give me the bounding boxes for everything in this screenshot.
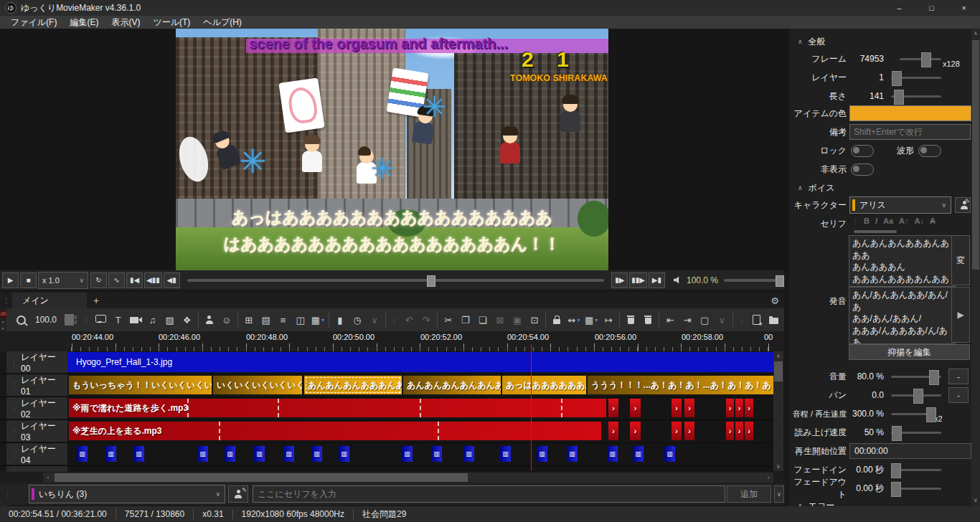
pitch-slider-thumb[interactable] — [926, 407, 936, 422]
serif-text-input[interactable] — [253, 485, 725, 503]
add-serif-button[interactable]: 追加 — [727, 485, 771, 503]
duplicate-button[interactable]: ▣ — [509, 310, 526, 329]
keyframe-button[interactable]: ∿ — [108, 272, 125, 288]
menu-item[interactable]: 編集(E) — [63, 16, 105, 29]
delete-items-button[interactable] — [639, 310, 656, 329]
next-item-button[interactable]: ▮▮▶ — [629, 272, 647, 288]
timeline-clip[interactable]: › — [735, 422, 743, 440]
minimize-button[interactable]: – — [883, 0, 915, 16]
close-button[interactable]: × — [948, 0, 980, 16]
convert-button[interactable]: 変 — [951, 235, 970, 285]
timeline-settings-gear-icon[interactable]: ⚙ — [765, 293, 784, 308]
timeline-zoom-button[interactable] — [12, 310, 29, 329]
pronunciation-textarea[interactable]: あん/あんあんああ/あん/あ ああ/あん/ああん/ あああ/んああああ/ん/ああ… — [849, 287, 956, 344]
playback-speed-select[interactable]: x 1.0 ∨ — [38, 272, 88, 289]
add-frame-item-button[interactable]: ◫ — [292, 310, 309, 329]
new-project-button[interactable] — [748, 310, 765, 329]
timeline-clip[interactable]: ▥ — [311, 446, 322, 462]
timeline-clip[interactable]: あっはああああああああああ — [502, 376, 586, 394]
add-text-item-button[interactable]: T — [110, 310, 127, 329]
timeline-clip[interactable]: ※雨で濡れた道路を歩く.mp3 — [69, 399, 606, 417]
wave-toggle[interactable] — [918, 145, 941, 157]
playback-volume-thumb[interactable] — [776, 275, 784, 287]
timeline-clip[interactable]: › — [684, 399, 694, 417]
expand-items-button[interactable]: ∨ — [366, 310, 383, 329]
waveform-menu-button[interactable]: ↭▾ — [565, 310, 583, 329]
delete-item-button[interactable] — [622, 310, 639, 329]
timeline-clip[interactable]: › — [630, 422, 641, 440]
maximize-button[interactable]: □ — [915, 0, 948, 16]
add-image-item-button[interactable]: ▨ — [161, 310, 179, 329]
video-preview[interactable]: ✳ ✳ ✳ scene of the orgasum and aftermath… — [176, 29, 608, 270]
timeline-zoom-slider[interactable] — [64, 318, 65, 322]
timeline-zoom-thumb[interactable] — [65, 314, 74, 326]
menu-item[interactable]: ファイル(F) — [4, 16, 63, 29]
timeline-clip[interactable]: ▥ — [537, 446, 547, 462]
track-clip-area[interactable]: Hyogo_Pref_Hall_1-3.jpg — [67, 351, 773, 373]
timeline-clip[interactable]: › — [684, 422, 694, 440]
fade-out-thumb[interactable] — [891, 482, 901, 497]
timeline-clip[interactable]: もういっちゃう！！いくいくいくいくいくいくい — [69, 376, 212, 394]
add-shape-item-button[interactable]: ❖ — [179, 310, 196, 329]
copy-button[interactable]: ❐ — [457, 310, 474, 329]
voice-preset-select[interactable]: いちりん (3) ∨ — [29, 485, 225, 503]
volume-minus-button[interactable]: - — [948, 369, 969, 384]
undo-button[interactable]: ↶ — [400, 310, 418, 329]
timeline-clip[interactable]: ▥ — [339, 446, 349, 462]
timeline-clip[interactable]: › — [630, 399, 641, 417]
timeline-clip[interactable]: › — [726, 422, 734, 440]
pan-slider[interactable] — [891, 394, 941, 397]
timeline-clip[interactable]: ▥ — [607, 446, 618, 462]
timeline-clip[interactable]: ▥ — [225, 446, 235, 462]
add-transition-item-button[interactable]: ▤ — [258, 310, 275, 329]
timeline-clip[interactable]: ▥ — [77, 446, 88, 462]
timeline-clip[interactable]: ううう！！！...あ！あ！あ！...あ！あ！あ！あ！... — [588, 376, 773, 394]
scroll-left-icon[interactable]: ‹ — [43, 473, 53, 483]
volume-slider[interactable] — [891, 376, 941, 378]
track-clip-area[interactable]: もういっちゃう！！いくいくいくいくいくいくいいくいくいくいくいくいくーあんあんあ… — [67, 374, 773, 396]
playback-volume-slider[interactable] — [724, 279, 780, 282]
close-gap-left-button[interactable]: ⇤ — [661, 310, 679, 329]
frame-slider[interactable] — [900, 58, 941, 60]
lock-toggle[interactable] — [851, 145, 874, 157]
layer-label[interactable]: ⋮レイヤー 01 — [6, 374, 67, 396]
timeline-clip[interactable]: ▥ — [402, 446, 413, 462]
timeline-clip[interactable]: ▥ — [463, 446, 474, 462]
layer-slider-thumb[interactable] — [892, 71, 902, 86]
timeline-clip[interactable]: ▥ — [133, 446, 144, 462]
timeline-clip[interactable]: ▥ — [254, 446, 265, 462]
layer-label[interactable]: ⋮レイヤー 04 — [6, 443, 67, 465]
tab-main[interactable]: メイン — [12, 293, 87, 308]
play-button[interactable]: ▶ — [2, 272, 19, 288]
fade-in-thumb[interactable] — [891, 463, 901, 478]
horizontal-scroll-thumb[interactable] — [55, 473, 468, 482]
font-size-down-button[interactable]: A↓ — [912, 214, 927, 227]
vertical-scroll-thumb[interactable] — [774, 361, 783, 381]
track-clip-area[interactable]: ※芝生の上を走る.mp3››››››› — [67, 420, 773, 442]
timeline-clip[interactable]: いくいくいくいくいくいくー — [213, 376, 302, 394]
paste-button[interactable]: ❏ — [474, 310, 491, 329]
add-audio-item-button[interactable]: ♫ — [144, 310, 161, 329]
add-character-item-button[interactable] — [201, 310, 218, 329]
speech-speed-slider[interactable] — [891, 432, 941, 434]
timeline-clip[interactable]: ▥ — [567, 446, 578, 462]
scroll-down-icon[interactable]: ∨ — [971, 495, 980, 505]
seek-slider-thumb[interactable] — [427, 275, 435, 287]
timeline-clip[interactable]: › — [608, 399, 618, 417]
character-edit-button[interactable]: ✎ — [228, 485, 248, 503]
fade-out-slider[interactable] — [891, 488, 941, 490]
scroll-down-icon[interactable]: ∨ — [773, 462, 783, 471]
timeline-clip[interactable]: › — [672, 422, 682, 440]
scroll-right-icon[interactable]: › — [763, 473, 773, 483]
timeline-clip[interactable]: ▥ — [500, 446, 511, 462]
timeline-clip[interactable]: Hyogo_Pref_Hall_1-3.jpg — [67, 352, 773, 372]
grid-menu-button[interactable]: ▦▾ — [309, 310, 326, 329]
timeline-clip[interactable]: › — [735, 399, 743, 417]
character-edit-button[interactable]: ✎ — [955, 197, 971, 213]
pan-slider-thumb[interactable] — [913, 389, 923, 404]
hidden-toggle[interactable] — [851, 163, 874, 176]
speech-speed-thumb[interactable] — [892, 426, 902, 441]
add-effect-item-button[interactable]: ⊞ — [240, 310, 258, 329]
seek-end-button[interactable]: ▶▮ — [649, 272, 665, 288]
prev-item-button[interactable]: ◀▮▮ — [144, 272, 162, 288]
